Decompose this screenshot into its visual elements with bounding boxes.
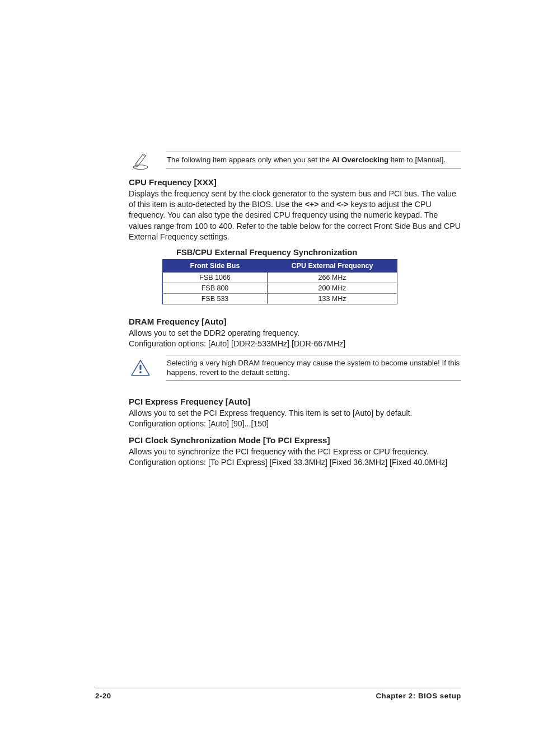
heading-dram: DRAM Frequency [Auto] — [129, 317, 461, 326]
fsb-table: Front Side Bus CPU External Frequency FS… — [162, 259, 397, 304]
plus-key: <+> — [305, 200, 319, 209]
table-row: FSB 800 200 MHz — [163, 283, 397, 293]
note-bold: AI Overclocking — [332, 156, 388, 164]
cell-cpu: 200 MHz — [268, 283, 397, 293]
footer-page-num: 2-20 — [95, 692, 111, 700]
note-pre: The following item appears only when you… — [167, 156, 332, 164]
cpu-freq-mid1: and — [319, 200, 337, 209]
dram-line1: Allows you to set the DDR2 operating fre… — [129, 328, 299, 337]
note-text: The following item appears only when you… — [166, 152, 461, 168]
pcie-body: Allows you to set the PCI Express freque… — [129, 408, 461, 429]
table-row: FSB 533 133 MHz — [163, 293, 397, 304]
svg-point-2 — [139, 371, 142, 373]
table-header-row: Front Side Bus CPU External Frequency — [163, 259, 397, 273]
page-footer: 2-20 Chapter 2: BIOS setup — [95, 688, 461, 700]
warning-text: Selecting a very high DRAM frequency may… — [166, 355, 461, 381]
dram-line2: Configuration options: [Auto] [DDR2-533M… — [129, 339, 345, 348]
heading-cpu-frequency: CPU Frequency [XXX] — [129, 177, 461, 187]
pci-clock-body: Allows you to synchronize the PCI freque… — [129, 447, 461, 468]
cell-cpu: 266 MHz — [268, 273, 397, 283]
heading-pcie: PCI Express Frequency [Auto] — [129, 397, 461, 406]
svg-rect-1 — [139, 364, 141, 370]
minus-key: <-> — [336, 200, 348, 209]
footer-chapter: Chapter 2: BIOS setup — [376, 692, 461, 700]
cell-cpu: 133 MHz — [268, 293, 397, 304]
th-fsb: Front Side Bus — [163, 259, 268, 273]
table-row: FSB 1066 266 MHz — [163, 273, 397, 283]
note-dram-warning: Selecting a very high DRAM frequency may… — [129, 355, 461, 381]
dram-body: Allows you to set the DDR2 operating fre… — [129, 328, 461, 349]
pencil-icon — [129, 148, 152, 172]
cell-fsb: FSB 533 — [163, 293, 268, 304]
note-post: item to [Manual]. — [388, 156, 446, 164]
cell-fsb: FSB 800 — [163, 283, 268, 293]
th-cpu: CPU External Frequency — [268, 259, 397, 273]
page: The following item appears only when you… — [0, 0, 534, 756]
warning-icon — [129, 356, 152, 380]
cell-fsb: FSB 1066 — [163, 273, 268, 283]
heading-pci-clock: PCI Clock Synchronization Mode [To PCI E… — [129, 435, 461, 445]
cpu-frequency-body: Displays the frequency sent by the clock… — [129, 189, 461, 242]
fsb-table-title: FSB/CPU External Frequency Synchronizati… — [176, 248, 461, 257]
note-overclocking: The following item appears only when you… — [129, 148, 461, 172]
